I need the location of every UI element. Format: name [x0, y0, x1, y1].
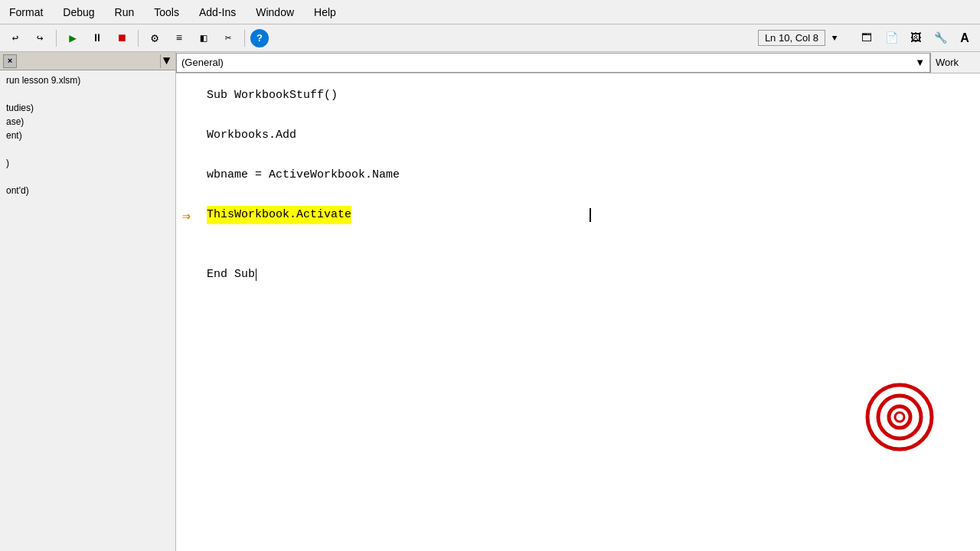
sidebar-item-5	[6, 142, 169, 156]
sidebar-content: run lesson 9.xlsm) tudies) ase) ent) ) o…	[0, 70, 175, 551]
sidebar-close-button[interactable]: ×	[3, 54, 17, 68]
sidebar-item-3[interactable]: ase)	[6, 115, 169, 129]
cursor-status: Ln 10, Col 8	[758, 30, 825, 46]
run-button[interactable]: ▶	[62, 28, 83, 48]
code-text-7-highlighted: ThisWorkbook.Activate	[207, 206, 351, 225]
main-area: × ▼ run lesson 9.xlsm) tudies) ase) ent)…	[0, 52, 980, 551]
code-text-5: wbname = ActiveWorkbook.Name	[207, 166, 400, 185]
macro-button[interactable]: ⚙	[144, 28, 165, 48]
dropdown-value: (General)	[181, 57, 224, 68]
code-content[interactable]: ⇒ Sub WorkbookStuff() Workbooks.Add wbna…	[176, 73, 980, 551]
menu-run[interactable]: Run	[112, 5, 138, 20]
code-line-10: End Sub	[207, 265, 965, 285]
editor-area: (General) ▼ Work ⇒ Sub WorkbookStuff() W…	[176, 52, 980, 551]
menu-debug[interactable]: Debug	[60, 5, 97, 20]
menu-format[interactable]: Format	[6, 5, 46, 20]
svg-point-3	[895, 412, 904, 422]
execution-arrow-icon: ⇒	[182, 207, 191, 224]
help-button[interactable]: ?	[250, 29, 269, 47]
undo-button[interactable]: ↩	[5, 28, 26, 48]
text-cursor-blink	[256, 269, 256, 281]
icon-btn-3[interactable]: 🖼	[905, 28, 926, 48]
code-line-3: Workbooks.Add	[207, 126, 965, 145]
icon-btn-4[interactable]: 🔧	[929, 28, 951, 48]
code-spacer-3	[207, 185, 965, 205]
menu-addins[interactable]: Add-Ins	[196, 5, 239, 20]
svg-point-2	[889, 406, 910, 428]
sidebar-header: × ▼	[0, 52, 175, 70]
bullseye-target	[865, 383, 934, 452]
code-line-5: wbname = ActiveWorkbook.Name	[207, 165, 965, 185]
menu-help[interactable]: Help	[311, 5, 339, 20]
step-button[interactable]: ≡	[168, 28, 190, 48]
icon-btn-5[interactable]: A	[954, 28, 975, 48]
code-text-3: Workbooks.Add	[207, 126, 296, 145]
sidebar-item-4[interactable]: ent)	[6, 129, 169, 142]
svg-point-1	[878, 396, 921, 439]
code-spacer-5	[207, 245, 965, 265]
toolbar-separator-1	[56, 30, 57, 47]
sidebar-item-2[interactable]: tudies)	[6, 101, 169, 115]
general-dropdown[interactable]: (General) ▼	[176, 53, 930, 73]
code-line-7: ThisWorkbook.Activate	[207, 205, 965, 225]
code-text-1: Sub WorkbookStuff()	[207, 86, 338, 106]
text-cursor	[590, 208, 591, 222]
code-spacer-1	[207, 106, 965, 126]
sidebar-item-0[interactable]: run lesson 9.xlsm)	[6, 73, 169, 87]
toolbar-separator-2	[138, 30, 139, 47]
code-spacer-2	[207, 145, 965, 165]
code-line-1: Sub WorkbookStuff()	[207, 86, 965, 106]
options-button[interactable]: ✂	[217, 28, 239, 48]
menu-tools[interactable]: Tools	[151, 5, 182, 20]
code-text-10: End Sub	[207, 266, 255, 285]
work-label: Work	[930, 53, 980, 73]
menu-bar: Format Debug Run Tools Add-Ins Window He…	[0, 0, 980, 24]
redo-button[interactable]: ↪	[29, 28, 51, 48]
menu-window[interactable]: Window	[253, 5, 297, 20]
toolbar: ↩ ↪ ▶ ⏸ ⏹ ⚙ ≡ ◧ ✂ ? Ln 10, Col 8 ▼ 🗔 📄 🖼…	[0, 24, 980, 52]
code-spacer-4	[207, 225, 965, 245]
sidebar-scroll[interactable]: ▼	[160, 54, 172, 68]
icon-btn-1[interactable]: 🗔	[856, 28, 877, 48]
toolbar-overflow-button[interactable]: ▼	[828, 28, 841, 48]
dropdown-arrow-icon[interactable]: ▼	[915, 57, 925, 68]
sidebar: × ▼ run lesson 9.xlsm) tudies) ase) ent)…	[0, 52, 176, 551]
sidebar-item-8[interactable]: ont'd)	[6, 184, 169, 197]
pause-button[interactable]: ⏸	[87, 28, 108, 48]
icon-btn-2[interactable]: 📄	[880, 28, 902, 48]
sidebar-item-1	[6, 87, 169, 101]
sidebar-item-6[interactable]: )	[6, 156, 169, 170]
toolbar-separator-3	[244, 30, 245, 47]
userform-button[interactable]: ◧	[193, 28, 214, 48]
sidebar-item-7	[6, 170, 169, 184]
stop-button[interactable]: ⏹	[111, 28, 132, 48]
editor-toolbar: (General) ▼ Work	[176, 52, 980, 73]
